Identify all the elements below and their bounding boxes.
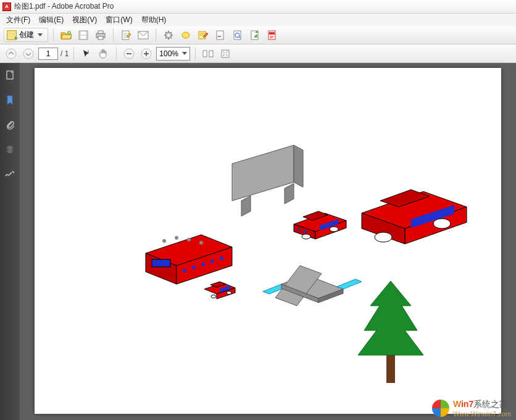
svg-point-43 <box>187 238 191 242</box>
watermark-text: Win7系统之家 Www.Winwin7.com <box>453 399 511 418</box>
svg-rect-3 <box>81 36 86 39</box>
page-total-label: / 1 <box>60 49 69 58</box>
save-button[interactable] <box>76 28 91 43</box>
svg-marker-29 <box>294 145 303 187</box>
zoom-out-button[interactable] <box>122 46 136 61</box>
svg-rect-26 <box>222 50 229 57</box>
export-icon <box>250 30 260 40</box>
thumbnails-tab[interactable] <box>4 69 16 82</box>
menu-window[interactable]: 窗口(W) <box>102 14 136 27</box>
watermark-logo-icon <box>432 400 449 417</box>
bookmarks-tab[interactable] <box>4 94 16 106</box>
bookmark-icon <box>5 95 15 105</box>
svg-point-42 <box>175 236 178 240</box>
page-up-button[interactable] <box>4 46 19 61</box>
titlebar: A 绘图1.pdf - Adobe Acrobat Pro <box>0 0 516 14</box>
scan-icon <box>233 30 243 40</box>
separator <box>73 47 74 61</box>
svg-point-20 <box>23 49 33 59</box>
edit-text-button[interactable] <box>119 28 133 43</box>
page-number-input[interactable] <box>38 48 58 60</box>
svg-point-44 <box>199 241 203 245</box>
page-down-button[interactable] <box>21 46 36 61</box>
export-button[interactable] <box>248 28 262 43</box>
envelope-icon <box>138 31 149 40</box>
svg-point-48 <box>211 295 216 298</box>
separator <box>195 47 196 61</box>
menu-file[interactable]: 文件(F) <box>2 14 34 27</box>
select-tool-button[interactable]: I <box>79 46 94 61</box>
svg-point-11 <box>182 32 189 38</box>
pdf-tool-button[interactable] <box>265 28 280 43</box>
zoom-in-button[interactable] <box>139 46 154 61</box>
svg-point-41 <box>162 239 166 243</box>
menu-edit[interactable]: 编辑(E) <box>35 14 67 27</box>
settings-button[interactable] <box>161 28 176 43</box>
signatures-tab[interactable] <box>4 168 16 180</box>
email-button[interactable] <box>136 28 151 43</box>
highlight-button[interactable] <box>178 28 193 43</box>
printer-icon <box>95 30 106 40</box>
svg-point-38 <box>210 259 214 263</box>
menu-view[interactable]: 视图(V) <box>69 14 101 27</box>
fit-width-button[interactable] <box>201 46 215 61</box>
hand-tool-button[interactable] <box>96 46 111 61</box>
create-icon <box>7 30 17 40</box>
svg-marker-30 <box>241 196 251 216</box>
chevron-down-icon <box>38 33 43 36</box>
fit-page-icon <box>220 49 230 59</box>
gear-icon <box>164 30 173 40</box>
svg-point-10 <box>167 34 170 36</box>
sign-pen-icon <box>4 170 15 178</box>
signature-icon <box>215 30 225 40</box>
menu-help[interactable]: 帮助(H) <box>138 14 170 27</box>
watermark: Win7系统之家 Www.Winwin7.com <box>432 399 511 418</box>
create-button[interactable]: 创建 <box>4 28 48 42</box>
navigation-pane <box>0 63 20 420</box>
svg-point-35 <box>183 269 186 272</box>
sign-button[interactable] <box>213 28 228 43</box>
create-label: 创建 <box>19 30 34 40</box>
svg-text:I: I <box>88 49 89 54</box>
menubar: 文件(F) 编辑(E) 视图(V) 窗口(W) 帮助(H) <box>0 14 516 26</box>
print-button[interactable] <box>93 28 108 43</box>
window-title: 绘图1.pdf - Adobe Acrobat Pro <box>14 1 114 12</box>
fit-page-button[interactable] <box>218 46 233 61</box>
svg-point-65 <box>433 219 451 229</box>
toolbar-main: 创建 <box>0 26 516 44</box>
toolbar-nav: / 1 I 100% <box>0 44 516 63</box>
paperclip-icon <box>5 120 15 130</box>
svg-marker-31 <box>285 183 294 204</box>
svg-point-39 <box>220 256 223 260</box>
svg-point-19 <box>6 49 16 59</box>
separator <box>113 28 114 42</box>
separator <box>53 28 54 42</box>
document-viewport[interactable]: Win7系统之家 Www.Winwin7.com <box>20 63 516 420</box>
attachments-tab[interactable] <box>4 119 16 131</box>
scan-ocr-button[interactable] <box>230 28 245 43</box>
fit-width-icon <box>202 49 214 59</box>
svg-point-36 <box>192 266 196 269</box>
svg-rect-2 <box>81 32 86 35</box>
layers-icon <box>5 145 15 154</box>
chevron-down-icon <box>182 52 187 55</box>
page-thumb-icon <box>5 70 15 80</box>
svg-rect-25 <box>209 51 213 57</box>
content-area: Win7系统之家 Www.Winwin7.com <box>0 63 516 420</box>
plus-icon <box>141 48 152 59</box>
svg-marker-70 <box>337 279 362 289</box>
zoom-dropdown[interactable]: 100% <box>156 47 190 61</box>
open-button[interactable] <box>59 28 73 43</box>
layers-tab[interactable] <box>4 143 16 156</box>
svg-point-59 <box>304 230 306 233</box>
svg-rect-5 <box>98 31 103 33</box>
folder-open-icon <box>60 30 72 40</box>
app-icon: A <box>2 2 11 11</box>
highlight-icon <box>181 30 191 40</box>
attach-note-button[interactable] <box>196 28 210 43</box>
svg-point-56 <box>330 227 338 232</box>
arrow-down-icon <box>23 48 34 59</box>
svg-point-49 <box>227 292 231 295</box>
separator <box>156 28 156 42</box>
svg-point-37 <box>201 262 205 266</box>
